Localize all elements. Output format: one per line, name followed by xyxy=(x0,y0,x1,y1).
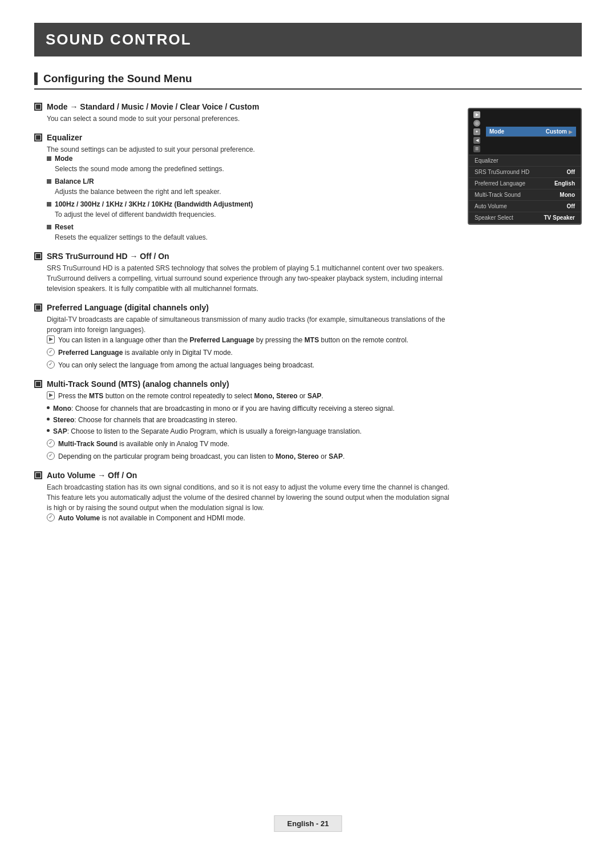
section-title: Configuring the Sound Menu xyxy=(43,72,192,85)
bullet-sap: SAP: Choose to listen to the Separate Au… xyxy=(47,426,451,436)
note-preferred-lang-3: ✓ You can only select the language from … xyxy=(47,360,451,370)
item-equalizer-desc: The sound settings can be adjusted to su… xyxy=(47,144,451,155)
tv-menu-mode-label: Mode xyxy=(489,128,504,135)
item-preferred-lang-heading: Preferred Language (digital channels onl… xyxy=(34,303,451,312)
note-preferred-lang-1: ▶ You can listen in a language other tha… xyxy=(47,335,451,345)
item-srs-heading: SRS TruSurround HD → Off / On xyxy=(34,252,451,261)
checkbox-icon-equalizer xyxy=(34,134,42,142)
sub-item-mode: Mode Selects the sound mode among the pr… xyxy=(47,155,451,174)
item-auto-volume-desc: Each broadcasting station has its own si… xyxy=(47,482,451,513)
sub-item-balance: Balance L/R Adjusts the balance between … xyxy=(47,177,451,197)
note-icon-note-3: ✓ xyxy=(47,361,55,369)
bullet-stereo: Stereo: Choose for channels that are bro… xyxy=(47,415,451,425)
note-preferred-lang-2: ✓ Preferred Language is available only i… xyxy=(47,347,451,358)
item-mode-desc: You can select a sound mode to suit your… xyxy=(47,114,451,124)
section-header: Configuring the Sound Menu xyxy=(34,72,582,90)
item-mode: Mode → Standard / Music / Movie / Clear … xyxy=(34,102,451,124)
note-icon-note-av: ✓ xyxy=(47,514,55,521)
sidebar-panel: ▶ ◎ ✦ ◀ ☰ Mode Custom ▶ xyxy=(468,102,582,532)
note-icon-note-mts-2: ✓ xyxy=(47,452,55,460)
sub-item-balance-title: Balance L/R xyxy=(47,177,451,185)
item-equalizer-heading: Equalizer xyxy=(34,133,451,142)
note-icon-info-mts: ▶ xyxy=(47,391,55,399)
tv-menu-row-srs: SRS TruSurround HD Off xyxy=(469,167,581,178)
item-preferred-lang: Preferred Language (digital channels onl… xyxy=(34,303,451,370)
sub-square-bandwidth xyxy=(47,202,51,207)
mode-arrow: ▶ xyxy=(569,129,573,135)
note-icon-note-2: ✓ xyxy=(47,348,55,356)
item-srs: SRS TruSurround HD → Off / On SRS TruSur… xyxy=(34,252,451,294)
tv-menu-mode-value: Custom xyxy=(546,128,567,135)
bullet-mono: Mono: Choose for channels that are broad… xyxy=(47,403,451,414)
checkbox-icon-auto-volume xyxy=(34,471,42,479)
sub-item-bandwidth-desc: To adjust the level of different bandwid… xyxy=(55,209,451,220)
item-auto-volume-title: Auto Volume → Off / On xyxy=(47,471,137,480)
sub-item-reset-desc: Resets the equalizer settings to the def… xyxy=(55,232,451,242)
sub-item-bandwidth: 100Hz / 300Hz / 1KHz / 3KHz / 10KHz (Ban… xyxy=(47,200,451,220)
note-multi-track-2: ✓ Multi-Track Sound is available only in… xyxy=(47,439,451,449)
tv-menu-row-preferred-lang: Preferred Language English xyxy=(469,178,581,189)
item-auto-volume: Auto Volume → Off / On Each broadcasting… xyxy=(34,471,451,523)
sub-item-reset: Reset Resets the equalizer settings to t… xyxy=(47,223,451,242)
section-header-bar xyxy=(34,72,38,85)
item-srs-title: SRS TruSurround HD → Off / On xyxy=(47,252,169,261)
sub-item-mode-desc: Selects the sound mode among the predefi… xyxy=(55,164,451,174)
item-srs-desc: SRS TruSurround HD is a patented SRS tec… xyxy=(47,263,451,294)
note-icon-info-1: ▶ xyxy=(47,335,55,343)
item-equalizer-title: Equalizer xyxy=(47,133,82,142)
page-title: SOUND CONTROL xyxy=(46,31,570,48)
bullet-dot-stereo xyxy=(47,418,50,421)
item-multi-track-title: Multi-Track Sound (MTS) (analog channels… xyxy=(47,379,229,389)
sub-square-mode xyxy=(47,156,51,161)
checkbox-icon-preferred-lang xyxy=(34,304,42,312)
sub-item-reset-title: Reset xyxy=(47,223,451,231)
bullet-dot-sap xyxy=(47,429,50,432)
tv-menu-row-multi-track: Multi-Track Sound Mono xyxy=(469,189,581,201)
checkbox-icon-mode xyxy=(34,103,42,111)
tv-menu-panel: ▶ ◎ ✦ ◀ ☰ Mode Custom ▶ xyxy=(468,108,582,225)
sub-item-mode-title: Mode xyxy=(47,155,451,163)
footer-text: English - 21 xyxy=(287,819,329,828)
sub-square-balance xyxy=(47,179,51,184)
item-mode-heading: Mode → Standard / Music / Movie / Clear … xyxy=(34,102,451,111)
item-auto-volume-heading: Auto Volume → Off / On xyxy=(34,471,451,480)
tv-menu-row-speaker-select: Speaker Select TV Speaker xyxy=(469,212,581,224)
item-multi-track: Multi-Track Sound (MTS) (analog channels… xyxy=(34,379,451,462)
page-wrapper: SOUND CONTROL Configuring the Sound Menu… xyxy=(0,0,616,567)
footer: English - 21 xyxy=(274,815,342,832)
tv-menu-row-auto-volume: Auto Volume Off xyxy=(469,201,581,212)
item-multi-track-heading: Multi-Track Sound (MTS) (analog channels… xyxy=(34,379,451,389)
content-area: Mode → Standard / Music / Movie / Clear … xyxy=(34,102,582,532)
checkbox-icon-srs xyxy=(34,252,42,260)
item-equalizer: Equalizer The sound settings can be adju… xyxy=(34,133,451,242)
note-multi-track-1: ▶ Press the MTS button on the remote con… xyxy=(47,391,451,401)
item-mode-title: Mode → Standard / Music / Movie / Clear … xyxy=(47,102,259,111)
sub-square-reset xyxy=(47,225,51,229)
note-auto-volume-1: ✓ Auto Volume is not available in Compon… xyxy=(47,513,451,523)
main-content: Mode → Standard / Music / Movie / Clear … xyxy=(34,102,451,532)
note-icon-note-mts-1: ✓ xyxy=(47,439,55,447)
sub-item-bandwidth-title: 100Hz / 300Hz / 1KHz / 3KHz / 10KHz (Ban… xyxy=(47,200,451,208)
note-multi-track-3: ✓ Depending on the particular program be… xyxy=(47,451,451,462)
tv-menu-mode-row: Mode Custom ▶ xyxy=(486,127,576,137)
item-preferred-lang-desc: Digital-TV broadcasts are capable of sim… xyxy=(47,314,451,335)
checkbox-icon-multi-track xyxy=(34,380,42,388)
title-bar: SOUND CONTROL xyxy=(34,23,582,56)
sub-item-balance-desc: Adjusts the balance between the right an… xyxy=(55,187,451,197)
bullet-dot-mono xyxy=(47,406,50,409)
bullet-list-multi-track: Mono: Choose for channels that are broad… xyxy=(47,403,451,436)
item-preferred-lang-title: Preferred Language (digital channels onl… xyxy=(47,303,209,312)
tv-menu-row-equalizer: Equalizer xyxy=(469,155,581,167)
tv-menu-header: ▶ ◎ ✦ ◀ ☰ Mode Custom ▶ xyxy=(469,109,581,155)
